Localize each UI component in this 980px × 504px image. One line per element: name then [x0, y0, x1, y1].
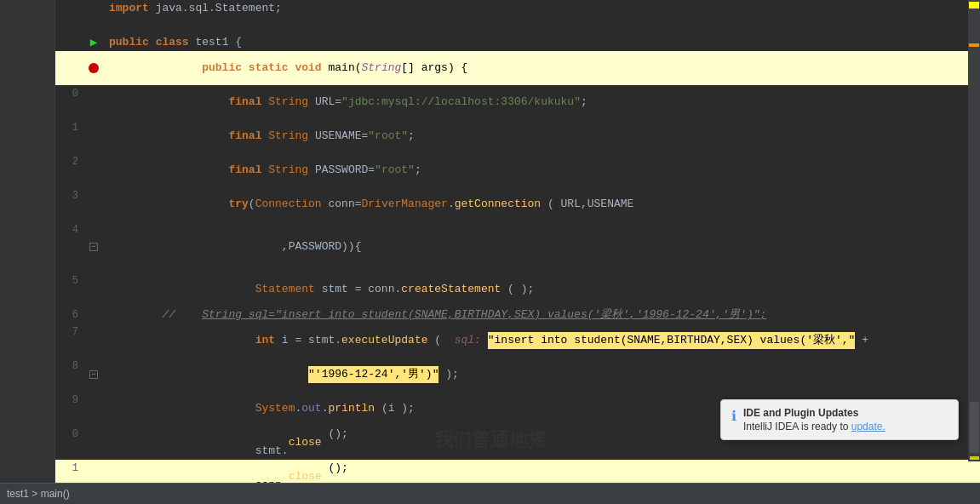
- line-row: 6 // String sql="insert into student(SNA…: [55, 306, 980, 324]
- gutter-icon-area: −: [85, 358, 102, 392]
- line-row: 0 final String URL="jdbc:mysql://localho…: [55, 85, 980, 119]
- method-call: createStatement: [401, 281, 501, 298]
- scroll-spacer: [969, 9, 979, 43]
- line-row: ▶ public class test1 {: [55, 34, 980, 51]
- line-number: 0: [55, 85, 85, 119]
- gutter-icon-area: [85, 306, 102, 324]
- line-row: 4 − ,PASSWORD)){: [55, 221, 980, 272]
- status-bar: test1 > main(): [0, 483, 980, 504]
- gutter-icon-area: [85, 187, 102, 221]
- gutter-icon-area: −: [85, 221, 102, 272]
- comment: // String sql="insert into student(SNAME…: [109, 306, 766, 324]
- line-number: 6: [55, 306, 85, 324]
- code-content: System.out.println (i );: [102, 392, 415, 426]
- code-area: import java.sql.Statement; ▶ public clas…: [0, 0, 980, 483]
- code-content: "'1996-12-24','男')" );: [102, 358, 459, 392]
- type: String: [268, 162, 308, 179]
- notification-popup: ℹ IDE and Plugin Updates IntelliJ IDEA i…: [720, 399, 959, 440]
- line-number: [55, 0, 85, 17]
- code-content: Statement stmt = conn.createStatement ( …: [102, 272, 534, 306]
- type: System: [255, 400, 295, 417]
- scroll-indicator-orange: [969, 43, 979, 47]
- gutter-icon-area: [85, 426, 102, 460]
- breadcrumb-class: test1 > main(): [7, 488, 70, 500]
- line-row: import java.sql.Statement;: [55, 0, 980, 17]
- notification-body: IntelliJ IDEA is ready to update.: [743, 421, 885, 432]
- gutter-icon-area: [85, 85, 102, 119]
- line-number: 1: [55, 119, 85, 153]
- keyword: try: [228, 196, 248, 213]
- type: String: [268, 94, 308, 111]
- code-content: stmt.close ();: [102, 426, 375, 460]
- editor-container: import java.sql.Statement; ▶ public clas…: [0, 0, 980, 504]
- keyword: final: [228, 94, 261, 111]
- line-number: 7: [55, 324, 85, 358]
- line-number: 5: [55, 272, 85, 306]
- string-literal: "jdbc:mysql://localhost:3306/kukuku": [341, 94, 581, 111]
- keyword: void: [295, 60, 321, 77]
- method-call: close: [289, 434, 322, 451]
- keyword: public: [202, 60, 242, 77]
- code-content: conn.close ();: [102, 460, 375, 483]
- keyword: static: [249, 60, 289, 77]
- gutter-icon-area: [85, 153, 102, 187]
- line-number: [55, 51, 85, 85]
- gutter-icon-area: [85, 460, 102, 483]
- line-row: 3 try(Connection conn=DriverManager.getC…: [55, 187, 980, 221]
- gutter-icon-area: [85, 324, 102, 358]
- notification-info-icon: ℹ: [731, 408, 736, 424]
- keyword-int: int: [255, 332, 275, 349]
- scroll-indicator-yellow: [969, 2, 979, 9]
- method-call: close: [289, 468, 322, 483]
- string-literal: "root": [368, 128, 408, 145]
- line-row: 1 final String USENAME="root";: [55, 119, 980, 153]
- keyword: final: [228, 162, 261, 179]
- line-number: 9: [55, 392, 85, 426]
- line-number: 2: [55, 153, 85, 187]
- gutter-icon-area: ▶: [85, 34, 102, 51]
- scrollbar[interactable]: [968, 0, 980, 461]
- line-number: 8: [55, 358, 85, 392]
- gutter-icon-area: [85, 392, 102, 426]
- line-row: 5 Statement stmt = conn.createStatement …: [55, 272, 980, 306]
- code-content: final String USENAME="root";: [102, 119, 415, 153]
- param-type: String: [362, 60, 402, 77]
- scroll-thumb[interactable]: [970, 402, 979, 453]
- notification-update-link[interactable]: update.: [851, 421, 885, 432]
- breakpoint-icon[interactable]: [89, 63, 99, 73]
- gutter-icon-area: [85, 0, 102, 17]
- line-number: [55, 17, 85, 34]
- keyword: final: [228, 128, 261, 145]
- notification-title: IDE and Plugin Updates: [743, 407, 885, 419]
- line-number: [55, 34, 85, 51]
- keyword: class: [156, 34, 189, 51]
- keyword: import: [109, 0, 149, 17]
- line-number: 4: [55, 221, 85, 272]
- method-call: println: [328, 400, 375, 417]
- gutter-icon-area: [85, 51, 102, 85]
- notification-text: IntelliJ IDEA is ready to: [743, 421, 848, 432]
- highlighted-string: "insert into student(SNAME,BIRTHDAY,SEX)…: [488, 332, 856, 349]
- gutter-icon-area: [85, 119, 102, 153]
- code-content: final String URL="jdbc:mysql://localhost…: [102, 85, 587, 119]
- fold-icon[interactable]: −: [89, 243, 98, 251]
- code-content: public class test1 {: [102, 34, 242, 51]
- field: out: [301, 400, 321, 417]
- type: Connection: [255, 196, 322, 213]
- run-arrow-icon[interactable]: ▶: [90, 37, 97, 49]
- code-content: import java.sql.Statement;: [102, 0, 282, 17]
- param-label: sql:: [455, 332, 481, 349]
- line-row: 8 − "'1996-12-24','男')" );: [55, 358, 980, 392]
- code-content: [102, 17, 116, 34]
- gutter-icon-area: [85, 272, 102, 306]
- code-content: int i = stmt.executeUpdate ( sql: "inser…: [102, 324, 868, 358]
- code-content: try(Connection conn=DriverManager.getCon…: [102, 187, 633, 221]
- line-gutter: [0, 0, 55, 483]
- method-call: getConnection: [455, 196, 541, 213]
- line-number: 1: [55, 460, 85, 483]
- type: DriverManager: [361, 196, 447, 213]
- method-call: executeUpdate: [341, 332, 427, 349]
- code-content: final String PASSWORD="root";: [102, 153, 421, 187]
- line-row: [55, 17, 980, 34]
- fold-icon[interactable]: −: [89, 370, 98, 379]
